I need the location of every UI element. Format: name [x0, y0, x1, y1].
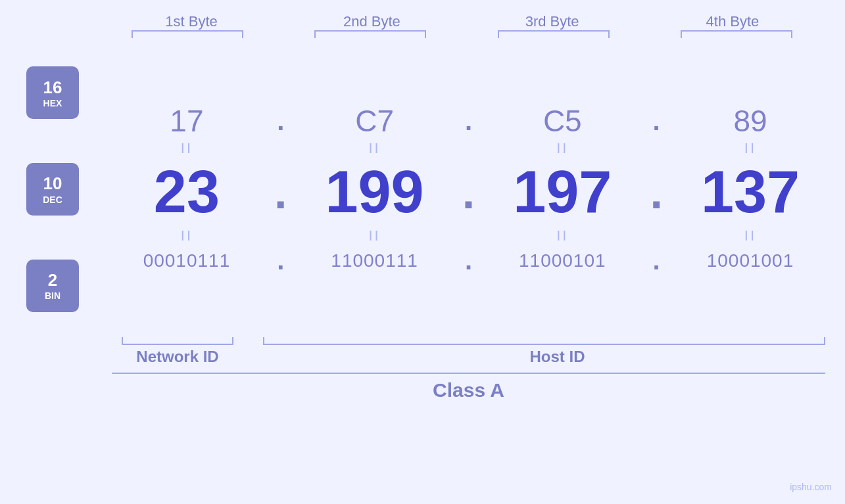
bin-badge-label: BIN — [45, 290, 60, 301]
labels-row: Network ID Host ID — [112, 348, 825, 366]
eq-sign-4: II — [744, 140, 756, 156]
hex-cell-3: C5 — [496, 103, 628, 139]
dec-badge-number: 10 — [43, 173, 62, 194]
network-id-label: Network ID — [136, 348, 218, 365]
eq4: II — [685, 140, 816, 157]
byte-header-2: 2nd Byte — [306, 13, 437, 30]
hex-value-3: C5 — [543, 104, 582, 138]
dec-badge-label: DEC — [43, 195, 62, 205]
eq-sign-3: II — [556, 140, 568, 156]
hex-row: 17 . C7 . C5 . 89 — [112, 103, 825, 139]
equals-row-dec-bin: II II II II — [112, 226, 825, 246]
dot-hex-2: . — [458, 106, 478, 136]
hex-cell-2: C7 — [309, 103, 441, 139]
bin-cell-2: 11000111 — [309, 250, 441, 271]
byte-header-3: 3rd Byte — [487, 13, 618, 30]
hex-badge-number: 16 — [43, 78, 62, 98]
class-label: Class A — [112, 379, 825, 401]
byte-header-4: 4th Byte — [667, 13, 798, 30]
eq6: II — [309, 227, 441, 244]
dec-badge: 10 DEC — [26, 163, 79, 216]
bin-badge: 2 BIN — [26, 260, 79, 312]
dec-row: 23 . 199 . 197 . 137 — [112, 158, 825, 226]
dot-bin-2: . — [458, 246, 478, 275]
dot-dec-2: . — [458, 166, 478, 219]
badge-column: 16 HEX 10 DEC 2 BIN — [20, 45, 112, 334]
class-section: Class A — [112, 373, 825, 401]
top-bracket-row — [20, 30, 825, 38]
bin-value-3: 11000101 — [519, 250, 606, 271]
bin-cell-3: 11000101 — [496, 250, 628, 271]
bracket-bottom-network — [122, 337, 233, 345]
bin-value-4: 10001001 — [707, 250, 794, 271]
eq3: II — [496, 140, 628, 157]
bracket-top-1 — [132, 30, 243, 38]
eq8: II — [685, 227, 816, 244]
bracket-bottom-host — [263, 337, 825, 345]
watermark: ipshu.com — [790, 482, 832, 492]
eq7: II — [496, 227, 628, 244]
host-id-label: Host ID — [530, 348, 585, 365]
values-area: 17 . C7 . C5 . 89 II — [112, 103, 825, 275]
main-grid: 16 HEX 10 DEC 2 BIN 17 . C7 — [20, 45, 825, 334]
eq5: II — [121, 227, 253, 244]
bracket-top-2 — [314, 30, 426, 38]
bin-value-1: 00010111 — [143, 250, 231, 271]
dec-value-3: 197 — [513, 159, 612, 225]
bracket-top-3 — [498, 30, 610, 38]
dec-cell-3: 197 — [496, 158, 628, 226]
bin-value-2: 11000111 — [331, 250, 418, 271]
dec-cell-4: 137 — [685, 158, 816, 226]
bottom-section: Network ID Host ID Class A — [20, 337, 825, 401]
hex-badge: 16 HEX — [26, 66, 79, 119]
eq2: II — [309, 140, 441, 157]
bin-cell-1: 00010111 — [121, 250, 253, 271]
eq1: II — [121, 140, 253, 157]
eq-sign-7: II — [556, 227, 568, 244]
eq-sign-5: II — [181, 227, 193, 244]
dec-value-4: 137 — [701, 159, 800, 225]
dec-cell-2: 199 — [309, 158, 441, 226]
eq-sign-1: II — [181, 140, 193, 156]
hex-badge-label: HEX — [43, 98, 62, 108]
eq-sign-2: II — [368, 140, 380, 156]
dot-bin-3: . — [646, 246, 666, 275]
main-container: 1st Byte 2nd Byte 3rd Byte 4th Byte 16 H… — [0, 0, 845, 504]
dot-dec-3: . — [646, 166, 666, 219]
dot-dec-1: . — [271, 166, 291, 219]
eq-sign-8: II — [744, 227, 756, 244]
equals-row-hex-dec: II II II II — [112, 139, 825, 158]
class-divider — [112, 373, 825, 374]
dec-cell-1: 23 — [121, 158, 253, 226]
dot-hex-1: . — [271, 106, 291, 136]
bin-row: 00010111 . 11000111 . 11000101 . 1000100… — [112, 246, 825, 275]
hex-cell-1: 17 — [121, 103, 253, 139]
hex-value-1: 17 — [170, 104, 203, 138]
bottom-brackets — [112, 337, 825, 345]
bin-cell-4: 10001001 — [685, 250, 816, 271]
byte-headers-row: 1st Byte 2nd Byte 3rd Byte 4th Byte — [20, 13, 825, 30]
dot-hex-3: . — [646, 106, 666, 136]
bracket-top-4 — [681, 30, 792, 38]
eq-sign-6: II — [368, 227, 380, 244]
dot-bin-1: . — [271, 246, 291, 275]
hex-value-2: C7 — [355, 104, 394, 138]
hex-value-4: 89 — [733, 104, 767, 138]
bin-badge-number: 2 — [48, 270, 57, 290]
dec-value-2: 199 — [326, 159, 424, 225]
hex-cell-4: 89 — [685, 103, 816, 139]
byte-header-1: 1st Byte — [126, 13, 257, 30]
dec-value-1: 23 — [154, 159, 220, 225]
